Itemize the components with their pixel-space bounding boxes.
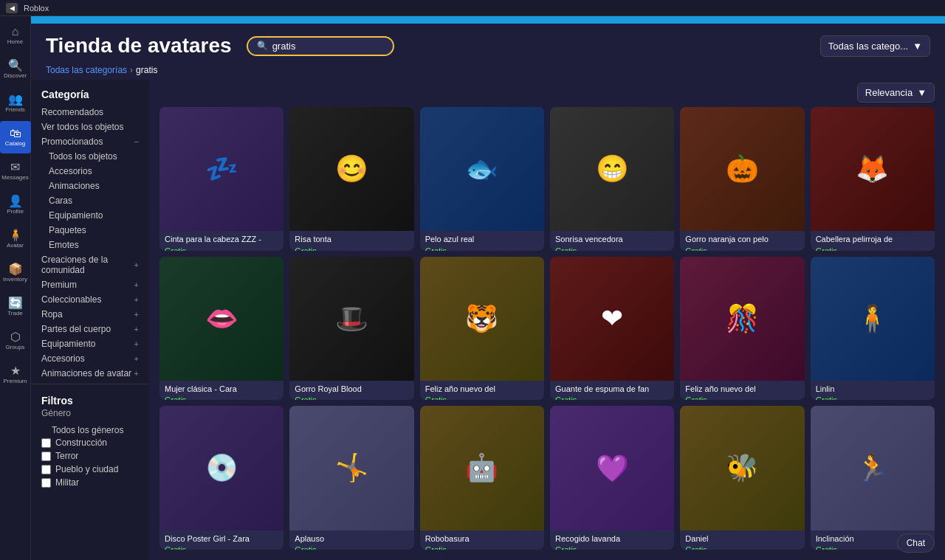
item-card[interactable]: 💜 Recogido lavanda Gratis — [550, 406, 674, 550]
checkbox-pueblo[interactable]: Pueblo y ciudad — [41, 464, 139, 474]
item-card[interactable]: 🤖 Robobasura Gratis — [420, 406, 544, 550]
checkbox-input-pueblo[interactable] — [41, 465, 51, 474]
menu-label: Ver todos los objetos — [41, 122, 123, 132]
sidebar-item-home[interactable]: ⌂Home — [0, 19, 31, 52]
sidebar-item-inventory[interactable]: 📦Inventory — [0, 257, 31, 289]
item-thumbnail: 🧍 — [811, 257, 935, 381]
item-info: Risa tonta Gratis — [289, 231, 413, 250]
collapse-icon: − — [134, 137, 139, 146]
checkbox-militar[interactable]: Militar — [41, 477, 139, 488]
item-card[interactable]: 🦊 Cabellera pelirroja de Gratis — [811, 107, 935, 251]
menu-label: Animaciones — [49, 181, 100, 191]
menu-item-caras[interactable]: Caras — [31, 193, 149, 208]
sidebar-item-friends[interactable]: 👥Friends — [0, 87, 31, 120]
item-info: Mujer clásica - Cara Gratis — [159, 381, 284, 400]
sidebar-item-label: Inventory — [3, 277, 27, 283]
menu-item-coleccionables[interactable]: Coleccionables+ — [31, 292, 149, 307]
item-price: Gratis — [555, 246, 669, 251]
item-name: Cabellera pelirroja de — [816, 235, 929, 244]
item-card[interactable]: 🧍 Linlin Gratis — [811, 257, 935, 401]
chat-button[interactable]: Chat — [897, 533, 935, 553]
menu-item-partes-cuerpo[interactable]: Partes del cuerpo+ — [31, 322, 149, 336]
checkbox-label: Terror — [55, 451, 78, 461]
blue-strip — [31, 16, 945, 24]
breadcrumb-all[interactable]: Todas las categorías — [46, 65, 127, 75]
sidebar-item-trade[interactable]: 🔄Trade — [0, 291, 31, 323]
sort-dropdown[interactable]: Relevancia ▼ — [857, 83, 935, 103]
item-icon: 🐝 — [726, 452, 759, 483]
item-icon: 🐯 — [465, 303, 498, 334]
checkbox-terror[interactable]: Terror — [41, 451, 139, 461]
category-dropdown[interactable]: Todas las catego... ▼ — [820, 35, 930, 57]
menu-label: Animaciones de avatar — [41, 368, 131, 378]
sidebar-item-groups[interactable]: ⬡Groups — [0, 325, 31, 357]
item-thumbnail: 🐟 — [420, 107, 544, 231]
item-card[interactable]: 😁 Sonrisa vencedora Gratis — [550, 107, 674, 251]
menu-label: Coleccionables — [41, 294, 101, 305]
left-panel: CategoríaRecomendadosVer todos los objet… — [31, 80, 149, 560]
menu-item-recomendados[interactable]: Recomendados — [31, 105, 149, 120]
item-thumbnail: 🎊 — [680, 257, 804, 381]
sidebar-item-avatar[interactable]: 🧍Avatar — [0, 223, 31, 255]
item-card[interactable]: 🏃 Inclinación Gratis — [811, 406, 935, 550]
filter-all-genders[interactable]: Todos los géneros — [41, 423, 139, 438]
menu-item-ver-todos[interactable]: Ver todos los objetos — [31, 120, 149, 134]
inventory-icon: 📦 — [8, 263, 23, 275]
menu-item-animaciones-avatar[interactable]: Animaciones de avatar+ — [31, 366, 149, 381]
item-name: Cinta para la cabeza ZZZ - — [165, 235, 278, 244]
avatar-icon: 🧍 — [8, 229, 23, 241]
sidebar-item-discover[interactable]: 🔍Discover — [0, 53, 31, 86]
item-card[interactable]: 🎃 Gorro naranja con pelo Gratis — [680, 107, 804, 251]
menu-item-paquetes[interactable]: Paquetes — [31, 223, 149, 238]
item-card[interactable]: 💿 Disco Poster Girl - Zara Gratis — [159, 406, 284, 550]
item-card[interactable]: 💤 Cinta para la cabeza ZZZ - Gratis — [159, 107, 284, 251]
sidebar-item-catalog[interactable]: 🛍Catalog — [0, 121, 31, 153]
menu-item-todos-objetos[interactable]: Todos los objetos — [31, 149, 149, 164]
menu-item-creaciones[interactable]: Creaciones de la comunidad+ — [31, 252, 149, 277]
sidebar-item-premium[interactable]: ★Premium — [0, 359, 31, 391]
friends-icon: 👥 — [8, 94, 23, 106]
item-card[interactable]: 👄 Mujer clásica - Cara Gratis — [159, 257, 284, 401]
items-grid: 💤 Cinta para la cabeza ZZZ - Gratis 😊 Ri… — [149, 107, 945, 560]
item-thumbnail: 🎩 — [289, 257, 413, 381]
item-card[interactable]: 😊 Risa tonta Gratis — [289, 107, 413, 251]
menu-item-accesorios[interactable]: Accesorios — [31, 164, 149, 179]
item-price: Gratis — [685, 545, 799, 550]
menu-label: Caras — [49, 196, 72, 206]
sidebar-item-messages[interactable]: ✉Messages — [0, 155, 31, 187]
menu-item-accesorios2[interactable]: Accesorios+ — [31, 351, 149, 366]
item-thumbnail: 😊 — [289, 107, 413, 231]
item-name: Mujer clásica - Cara — [165, 384, 278, 394]
item-thumbnail: 💜 — [550, 406, 674, 530]
item-card[interactable]: 🐯 Feliz año nuevo del Gratis — [420, 257, 544, 401]
menu-item-promocionados[interactable]: Promocionados− — [31, 134, 149, 149]
back-button[interactable]: ◀ — [6, 3, 18, 13]
search-input[interactable] — [272, 41, 384, 52]
item-thumbnail: 💤 — [159, 107, 284, 231]
menu-item-premium[interactable]: Premium+ — [31, 277, 149, 292]
checkbox-input-terror[interactable] — [41, 452, 51, 461]
item-card[interactable]: 🤸 Aplauso Gratis — [289, 406, 413, 550]
checkbox-input-militar[interactable] — [41, 478, 51, 488]
sidebar-item-label: Trade — [7, 311, 23, 317]
menu-item-animaciones[interactable]: Animaciones — [31, 179, 149, 193]
item-card[interactable]: 🎩 Gorro Royal Blood Gratis — [289, 257, 413, 401]
item-card[interactable]: 🐝 Daniel Gratis — [680, 406, 804, 550]
menu-item-equipamiento[interactable]: Equipamiento — [31, 208, 149, 223]
menu-item-emotes[interactable]: Emotes — [31, 238, 149, 252]
item-card[interactable]: ❤ Guante de espuma de fan Gratis — [550, 257, 674, 401]
menu-label: Paquetes — [49, 225, 86, 235]
item-icon: 🏃 — [856, 452, 889, 483]
item-thumbnail: 🦊 — [811, 107, 935, 231]
item-info: Daniel Gratis — [680, 530, 804, 550]
menu-item-ropa[interactable]: Ropa+ — [31, 307, 149, 322]
checkbox-input-construccion[interactable] — [41, 438, 51, 448]
checkbox-construccion[interactable]: Construcción — [41, 438, 139, 448]
item-card[interactable]: 🎊 Feliz año nuevo del Gratis — [680, 257, 804, 401]
sidebar-item-profile[interactable]: 👤Profile — [0, 189, 31, 221]
menu-item-equipamiento2[interactable]: Equipamiento+ — [31, 336, 149, 351]
item-icon: 🤸 — [335, 452, 368, 483]
groups-icon: ⬡ — [10, 331, 21, 343]
item-card[interactable]: 🐟 Pelo azul real Gratis — [420, 107, 544, 251]
filter-title: Filtros — [41, 395, 139, 407]
